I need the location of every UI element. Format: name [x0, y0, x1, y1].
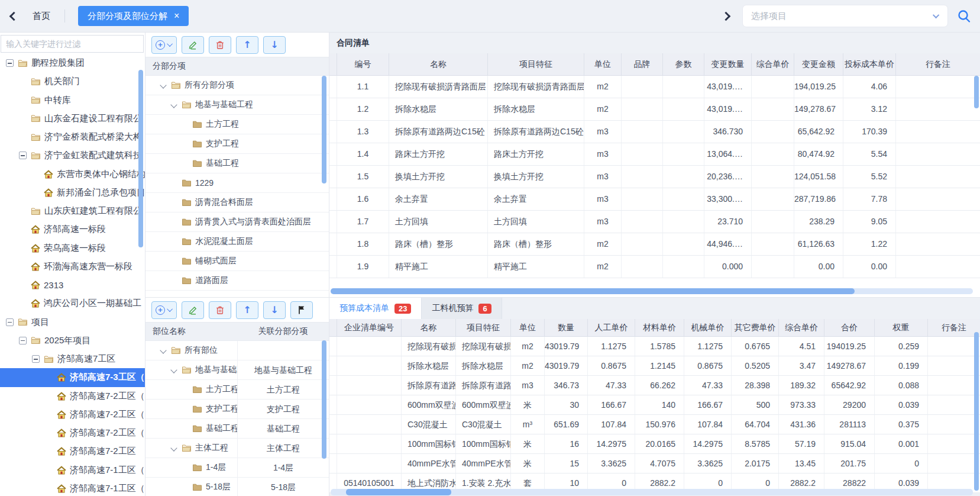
collapse-box-icon[interactable]	[19, 337, 27, 344]
sidebar-tree-item[interactable]: 济宁金虹装配式建筑科技	[0, 146, 145, 165]
part-tree-row[interactable]: 1-4层 1-4层	[145, 458, 329, 478]
row-handle[interactable]	[329, 143, 337, 165]
col-header[interactable]: 权重	[875, 319, 928, 336]
collapse-box-icon[interactable]	[19, 152, 27, 159]
division-tree-row[interactable]: 铺砌式面层	[145, 252, 329, 271]
sidebar-tree-item[interactable]: 项目	[0, 313, 145, 331]
forward-icon[interactable]	[722, 11, 731, 21]
sidebar-tree-item[interactable]: 2313	[0, 276, 145, 294]
contract-table-row[interactable]: 1.3 拆除原有道路两边C15砼 拆除原有道路两边C15砼 m3 346.730…	[329, 121, 980, 143]
add-button[interactable]: +	[151, 301, 177, 319]
division-tree-row[interactable]: 地基与基础工程	[145, 95, 329, 115]
sidebar-tree-item[interactable]: 济邹高速7-2工区	[0, 442, 145, 460]
division-tree-row[interactable]: 沥青贯入式与沥青表面处治面层	[145, 212, 329, 232]
sidebar-tree-item[interactable]: 2025年项目	[0, 331, 145, 350]
budget-table-row[interactable]: 拆除水稳层 拆除水稳层 m2 43019.79 0.8675 1.2145 0.…	[329, 356, 980, 376]
move-down-button[interactable]: ↓	[263, 301, 286, 319]
budget-table-row[interactable]: 40mmPE水管 40mmPE水管 米 15 3.3625 4.7075 3.3…	[329, 454, 980, 474]
budget-table-row[interactable]: C30混凝土 C30混凝土 m³ 651.69 107.84 150.976 1…	[329, 415, 980, 434]
col-header[interactable]: 投标成本单价	[843, 53, 896, 75]
col-header[interactable]: 综合单价	[752, 53, 794, 75]
part-tree-row[interactable]: 5-18层 5-18层	[145, 478, 329, 496]
edit-button[interactable]	[182, 301, 204, 319]
sidebar-tree-item[interactable]: 济邹高速7-2工区（	[0, 405, 145, 424]
col-header[interactable]: 变更金额	[794, 53, 843, 75]
row-handle[interactable]	[329, 76, 337, 98]
row-handle[interactable]	[329, 188, 337, 210]
part-tree-row[interactable]: 主体工程 主体工程	[145, 439, 329, 458]
part-tree-row[interactable]: 地基与基础工程 地基与基础工程	[145, 360, 329, 380]
col-header[interactable]: 单位	[584, 53, 622, 75]
contract-table-row[interactable]: 1.1 挖除现有破损沥青路面层 挖除现有破损沥青路面层 m2 43,019.… …	[329, 76, 980, 98]
budget-vscroll-thumb[interactable]	[974, 332, 979, 491]
edit-button[interactable]	[182, 36, 204, 54]
budget-table-row[interactable]: 挖除现有破损沥青路面层 挖除现有破损沥青路面层 m2 43019.79 1.12…	[329, 337, 980, 356]
col-header[interactable]: 材料单价	[635, 319, 684, 336]
row-handle[interactable]	[329, 121, 337, 143]
move-up-button[interactable]: ↑	[236, 36, 258, 54]
tab-budget-cost-list[interactable]: 预算成本清单 23	[329, 298, 422, 319]
row-handle[interactable]	[329, 395, 337, 414]
col-header[interactable]: 行备注	[928, 319, 980, 336]
row-handle[interactable]	[329, 415, 337, 434]
delete-button[interactable]	[209, 36, 231, 54]
part-tree-row[interactable]: 所有部位	[145, 341, 329, 360]
chevron-down-icon[interactable]	[170, 445, 177, 451]
division-scrollbar[interactable]	[322, 76, 326, 183]
division-tree-row[interactable]: 1229	[145, 173, 329, 193]
contract-table-row[interactable]: 1.5 换填土方开挖 换填土方开挖 m3 20,236.… 124,051.58…	[329, 166, 980, 188]
chevron-down-icon[interactable]	[160, 347, 166, 353]
division-tree-row[interactable]: 水泥混凝土面层	[145, 232, 329, 252]
division-tree-row[interactable]: 道路面层	[145, 271, 329, 291]
contract-table-row[interactable]: 1.2 拆除水稳层 拆除水稳层 m2 43,019.… 149,278.67 3…	[329, 98, 980, 121]
col-header[interactable]: 人工单价	[588, 319, 635, 336]
chevron-down-icon[interactable]	[170, 366, 177, 373]
part-tree-row[interactable]: 基础工程 基础工程	[145, 419, 329, 439]
row-handle[interactable]	[329, 166, 337, 188]
col-header[interactable]: 项目特征	[488, 53, 584, 75]
col-header[interactable]: 机械单价	[684, 319, 732, 336]
contract-table-row[interactable]: 1.9 精平施工 精平施工 m2 0.000 0.00 0.00	[329, 256, 980, 278]
col-header[interactable]: 名称	[402, 319, 456, 336]
row-handle[interactable]	[329, 211, 337, 233]
tab-home[interactable]: 首页	[33, 11, 50, 22]
mark-flag-button[interactable]	[290, 301, 313, 319]
sidebar-tree-item[interactable]: 荣乌高速一标段	[0, 239, 145, 257]
sidebar-tree-item[interactable]: 济邹高速7-3工区（	[0, 368, 145, 387]
chevron-down-icon[interactable]	[160, 82, 166, 88]
collapse-box-icon[interactable]	[6, 59, 14, 67]
contract-table-row[interactable]: 1.4 路床土方开挖 路床土方开挖 m3 13,064.… 80,474.92 …	[329, 143, 980, 166]
col-header[interactable]: 编号	[337, 53, 389, 75]
sidebar-tree-item[interactable]: 山东庆虹建筑工程有限公	[0, 202, 145, 220]
division-tree-row[interactable]: 土方工程	[145, 115, 329, 134]
contract-table-row[interactable]: 1.6 余土弃置 余土弃置 m3 33,300.… 287,719.86 7.7…	[329, 188, 980, 211]
sidebar-tree-item[interactable]: 环渤海高速东营一标段	[0, 257, 145, 276]
project-select[interactable]: 选择项目	[742, 5, 948, 27]
col-header[interactable]: 单位	[511, 319, 545, 336]
col-header[interactable]: 综合单价	[779, 319, 824, 336]
col-header[interactable]: 行备注	[896, 53, 980, 75]
row-handle[interactable]	[329, 233, 337, 255]
col-header[interactable]: 参数	[663, 53, 704, 75]
row-handle[interactable]	[329, 454, 337, 473]
part-scrollbar[interactable]	[322, 340, 326, 459]
sidebar-tree-item[interactable]: 济邹高速一标段	[0, 220, 145, 239]
col-header[interactable]: 名称	[389, 53, 488, 75]
col-header[interactable]: 变更数量	[704, 53, 752, 75]
sidebar-tree-item[interactable]: 济宁金桥装配式桥梁大构	[0, 128, 145, 146]
division-tree-row[interactable]: 基础工程	[145, 154, 329, 173]
contract-table-row[interactable]: 1.8 路床（槽）整形 路床（槽）整形 m2 44,946.… 61,126.6…	[329, 233, 980, 256]
contract-table-row[interactable]: 1.7 土方回填 土方回填 m3 23.710 238.29 9.05	[329, 211, 980, 233]
col-header[interactable]: 项目特征	[456, 319, 511, 336]
tab-active[interactable]: 分部分项及部位分解 ×	[78, 6, 189, 26]
contract-hscroll-thumb[interactable]	[331, 288, 855, 294]
col-header[interactable]: 品牌	[622, 53, 663, 75]
col-header[interactable]: 企业清单编号	[337, 319, 402, 336]
sidebar-filter-input[interactable]	[1, 35, 144, 53]
collapse-box-icon[interactable]	[6, 318, 14, 326]
collapse-box-icon[interactable]	[32, 355, 40, 363]
back-icon[interactable]	[9, 11, 19, 21]
budget-hscroll-thumb[interactable]	[346, 489, 451, 495]
row-handle[interactable]	[329, 356, 337, 375]
delete-button[interactable]	[209, 301, 231, 319]
